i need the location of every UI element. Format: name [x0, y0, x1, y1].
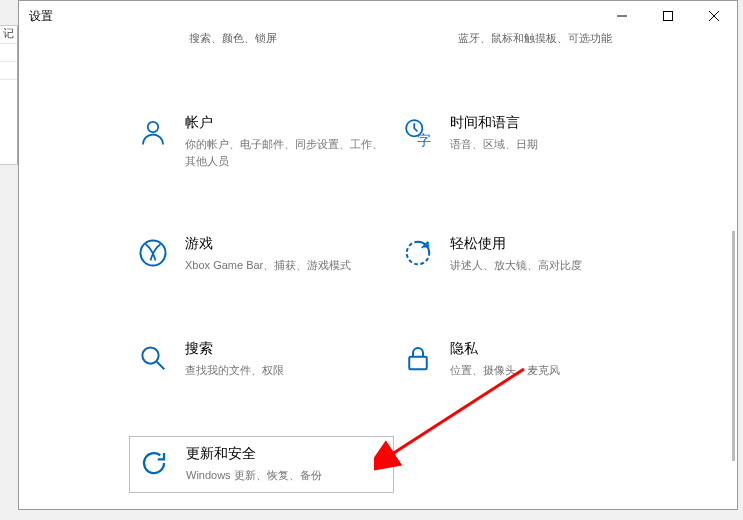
time-language-icon: 字 — [400, 114, 436, 150]
tile-title: 隐私 — [450, 340, 653, 358]
titlebar: 设置 — [19, 1, 737, 31]
tile-privacy[interactable]: 隐私 位置、摄像头、麦克风 — [394, 332, 659, 387]
tile-subtitle: 讲述人、放大镜、高对比度 — [450, 257, 653, 274]
tile-title: 轻松使用 — [450, 235, 653, 253]
tile-gaming[interactable]: 游戏 Xbox Game Bar、捕获、游戏模式 — [129, 227, 394, 282]
close-button[interactable] — [691, 1, 737, 31]
tile-search[interactable]: 搜索 查找我的文件、权限 — [129, 332, 394, 387]
tile-subtitle: Windows 更新、恢复、备份 — [186, 467, 387, 484]
behind-row — [0, 44, 17, 62]
tile-title: 时间和语言 — [450, 114, 653, 132]
svg-point-4 — [148, 122, 159, 133]
svg-point-8 — [142, 347, 158, 363]
grid-row: 帐户 你的帐户、电子邮件、同步设置、工作、其他人员 字 时间和语言 语音、区域、… — [129, 106, 689, 177]
partial-left-subtitle: 搜索、颜色、锁屏 — [129, 31, 394, 43]
tile-ease-of-access[interactable]: 轻松使用 讲述人、放大镜、高对比度 — [394, 227, 659, 282]
tile-accounts[interactable]: 帐户 你的帐户、电子邮件、同步设置、工作、其他人员 — [129, 106, 394, 177]
update-icon — [136, 445, 172, 481]
tile-time-language[interactable]: 字 时间和语言 语音、区域、日期 — [394, 106, 659, 177]
svg-line-9 — [157, 361, 165, 369]
tile-update-security[interactable]: 更新和安全 Windows 更新、恢复、备份 — [129, 436, 394, 493]
tile-subtitle: 语音、区域、日期 — [450, 136, 653, 153]
tile-subtitle: 你的帐户、电子邮件、同步设置、工作、其他人员 — [185, 136, 388, 169]
scroll-thumb[interactable] — [732, 231, 735, 461]
tile-title: 搜索 — [185, 340, 388, 358]
grid-row: 游戏 Xbox Game Bar、捕获、游戏模式 轻松使用 讲述人、放大镜、高对… — [129, 227, 689, 282]
window-controls — [599, 1, 737, 31]
maximize-button[interactable] — [645, 1, 691, 31]
behind-row: 记 — [0, 26, 17, 44]
behind-row — [0, 62, 17, 80]
svg-text:字: 字 — [417, 133, 431, 148]
scrollbar[interactable] — [721, 31, 737, 501]
ease-of-access-icon — [400, 235, 436, 271]
tile-title: 帐户 — [185, 114, 388, 132]
window-title: 设置 — [29, 8, 53, 25]
tile-subtitle: 查找我的文件、权限 — [185, 362, 388, 379]
content-area: 搜索、颜色、锁屏 蓝牙、鼠标和触摸板、可选功能 帐户 你的帐户、电子邮件、同步设… — [19, 31, 737, 509]
grid-row: 搜索 查找我的文件、权限 隐私 位置、摄像头、麦克风 — [129, 332, 689, 387]
search-icon — [135, 340, 171, 376]
background-window-sliver: 记 — [0, 25, 18, 165]
minimize-button[interactable] — [599, 1, 645, 31]
tile-subtitle: 位置、摄像头、麦克风 — [450, 362, 653, 379]
tile-subtitle: Xbox Game Bar、捕获、游戏模式 — [185, 257, 388, 274]
svg-rect-10 — [409, 356, 427, 369]
svg-rect-1 — [664, 12, 673, 21]
partial-right-subtitle: 蓝牙、鼠标和触摸板、可选功能 — [398, 31, 663, 43]
tile-title: 游戏 — [185, 235, 388, 253]
grid-row: 更新和安全 Windows 更新、恢复、备份 — [129, 436, 689, 493]
settings-window: 设置 搜索、颜色、锁屏 蓝牙、鼠标和触摸板、可选功能 — [18, 0, 738, 510]
settings-grid: 帐户 你的帐户、电子邮件、同步设置、工作、其他人员 字 时间和语言 语音、区域、… — [129, 106, 689, 509]
lock-icon — [400, 340, 436, 376]
xbox-icon — [135, 235, 171, 271]
person-icon — [135, 114, 171, 150]
tile-title: 更新和安全 — [186, 445, 387, 463]
partial-cutoff-row: 搜索、颜色、锁屏 蓝牙、鼠标和触摸板、可选功能 — [129, 31, 669, 43]
